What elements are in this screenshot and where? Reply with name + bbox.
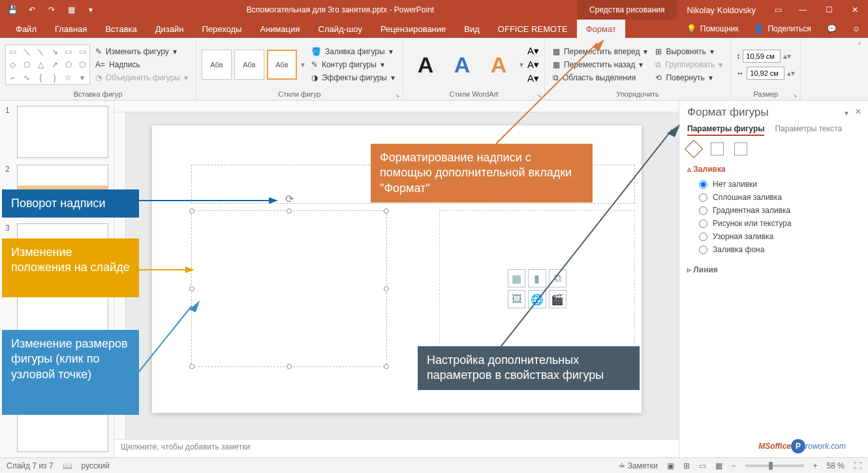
tab-insert[interactable]: Вставка (96, 20, 146, 38)
dialog-launcher-icon[interactable]: ↘ (792, 92, 798, 99)
fit-to-window-icon[interactable]: ⛶ (854, 461, 861, 470)
share-button[interactable]: 👤 Поделиться (746, 24, 818, 33)
close-pane-icon[interactable]: ✕ (855, 107, 861, 116)
arrow-move (138, 265, 197, 274)
opt-picture-fill[interactable]: Рисунок или текстура (687, 217, 860, 230)
opt-solid-fill[interactable]: Сплошная заливка (687, 191, 860, 204)
resize-handle[interactable] (384, 208, 389, 214)
ribbon-tabs: Файл Главная Вставка Дизайн Переходы Ани… (0, 20, 868, 38)
merge-shapes-button: ◔ Объединить фигуры ▾ (93, 72, 191, 84)
svg-line-4 (138, 306, 192, 372)
dialog-launcher-icon[interactable]: ↘ (395, 92, 400, 99)
group-button: ⧉ Группировать ▾ (653, 59, 725, 71)
resize-handle[interactable] (287, 364, 292, 369)
resize-handle[interactable] (189, 208, 194, 214)
undo-icon[interactable]: ↶ (25, 3, 39, 17)
window-controls: — ☐ ✕ (790, 0, 868, 20)
close-icon[interactable]: ✕ (842, 0, 868, 20)
notes-toggle[interactable]: ≐ Заметки (619, 461, 657, 470)
title-bar: 💾 ↶ ↷ ▦ ▾ Вспомогательная для 3го заняти… (0, 0, 868, 20)
qat-more-icon[interactable]: ▾ (84, 3, 98, 17)
tab-design[interactable]: Дизайн (146, 20, 193, 38)
spellcheck-icon[interactable]: 📖 (63, 461, 72, 470)
start-from-beginning-icon[interactable]: ▦ (64, 3, 78, 17)
shape-outline-button[interactable]: ✎ Контур фигуры ▾ (309, 59, 397, 71)
tab-animation[interactable]: Анимация (251, 20, 309, 38)
wordart-preset-1[interactable]: A (409, 52, 442, 78)
zoom-value[interactable]: 58 % (827, 461, 845, 470)
resize-handle[interactable] (384, 286, 389, 291)
rotate-handle-icon[interactable]: ⟳ (285, 193, 294, 205)
style-preset-1[interactable]: Абв (202, 50, 232, 80)
redo-icon[interactable]: ↷ (44, 3, 59, 17)
shape-height-input[interactable] (743, 50, 781, 63)
view-slideshow-icon[interactable]: ▦ (715, 461, 722, 470)
resize-handle[interactable] (384, 364, 389, 369)
resize-handle[interactable] (189, 286, 194, 291)
thumbnail-1[interactable]: 1 (5, 106, 108, 158)
pane-menu-icon[interactable]: ▾ (845, 108, 848, 118)
status-bar: Слайд 7 из 7 📖 русский ≐ Заметки ▣ ⊞ ▭ ▦… (0, 457, 868, 473)
height-icon: ↕ (736, 52, 740, 61)
style-preset-2[interactable]: Абв (234, 50, 264, 80)
view-normal-icon[interactable]: ▣ (667, 461, 674, 470)
shape-effects-button[interactable]: ◑ Эффекты фигуры ▾ (309, 72, 397, 84)
section-fill[interactable]: ▵ Заливка (687, 165, 860, 174)
group-shape-styles: Абв Абв Абв ▾ 🪣 Заливка фигуры ▾ ✎ Конту… (196, 38, 403, 101)
text-box-button[interactable]: A= Надпись (93, 59, 191, 71)
save-icon[interactable]: 💾 (5, 3, 20, 17)
edit-shape-button[interactable]: ✎ Изменить фигуру ▾ (93, 46, 191, 57)
tab-view[interactable]: Вид (455, 20, 489, 38)
zoom-out-icon[interactable]: − (732, 461, 736, 470)
view-reading-icon[interactable]: ▭ (699, 461, 706, 470)
tab-transitions[interactable]: Переходы (193, 20, 251, 38)
rotate-button[interactable]: ⟲ Повернуть ▾ (653, 72, 725, 84)
shapes-gallery[interactable]: ▭＼＼↘▭▭ ◇⬡△↗⬠⬡ ⌐∿{}☆▾ (5, 44, 90, 85)
opt-gradient-fill[interactable]: Градиентная заливка (687, 204, 860, 217)
callout-rotate: Поворот надписи (2, 189, 139, 218)
gallery-more-icon[interactable]: ▾ (300, 60, 306, 69)
resize-handle[interactable] (287, 208, 292, 214)
tell-me-button[interactable]: 💡 Помощник (679, 24, 747, 33)
maximize-icon[interactable]: ☐ (816, 0, 842, 20)
align-button[interactable]: ⊞ Выровнять ▾ (653, 46, 725, 57)
group-label: Стили фигур (202, 89, 397, 99)
zoom-in-icon[interactable]: + (813, 461, 818, 470)
notes-pane[interactable]: Щелкните, чтобы добавить заметки (114, 439, 679, 457)
selected-textbox[interactable]: ⟳ (191, 210, 387, 367)
language-indicator[interactable]: русский (82, 461, 110, 470)
group-size: ↕▴▾ ↔▴▾ Размер ↘ (731, 38, 801, 101)
opt-background-fill[interactable]: Заливка фона (687, 243, 860, 256)
shape-fill-button[interactable]: 🪣 Заливка фигуры ▾ (309, 46, 397, 57)
collapse-ribbon-icon[interactable]: ˄ (851, 38, 868, 100)
opt-pattern-fill[interactable]: Узорная заливка (687, 230, 860, 243)
smiley-icon[interactable]: ☺ (845, 24, 868, 33)
tab-home[interactable]: Главная (46, 20, 96, 38)
comments-icon[interactable]: 💬 (819, 24, 845, 33)
section-line[interactable]: ▹ Линия (687, 265, 860, 274)
tab-file[interactable]: Файл (7, 20, 46, 38)
size-properties-icon[interactable] (734, 142, 747, 155)
style-preset-3[interactable]: Абв (267, 50, 297, 80)
tab-office-remote[interactable]: OFFICE REMOTE (489, 20, 577, 38)
arrow-resize (138, 301, 204, 379)
fill-line-icon[interactable] (685, 140, 703, 158)
shape-width-input[interactable] (747, 67, 784, 80)
slide-indicator[interactable]: Слайд 7 из 7 (7, 461, 54, 470)
callout-move: Изменение положения на слайде (2, 238, 139, 297)
minimize-icon[interactable]: — (790, 0, 816, 20)
tab-text-options[interactable]: Параметры текста (775, 124, 842, 136)
wordart-preset-2[interactable]: A (445, 52, 479, 78)
ribbon-display-icon[interactable]: ▭ (766, 5, 790, 14)
user-name[interactable]: Nikolay Koldovsky (677, 5, 767, 15)
tab-shape-options[interactable]: Параметры фигуры (687, 124, 764, 136)
opt-no-fill[interactable]: Нет заливки (687, 178, 860, 191)
tab-review[interactable]: Рецензирование (371, 20, 455, 38)
format-shape-pane: ▾ ✕ Формат фигуры Параметры фигуры Парам… (679, 101, 868, 457)
tab-slideshow[interactable]: Слайд-шоу (309, 20, 371, 38)
effects-icon[interactable] (711, 142, 724, 155)
view-sorter-icon[interactable]: ⊞ (683, 461, 690, 470)
zoom-slider[interactable] (745, 465, 804, 467)
svg-marker-9 (667, 124, 680, 137)
tab-format[interactable]: Формат (577, 20, 625, 38)
